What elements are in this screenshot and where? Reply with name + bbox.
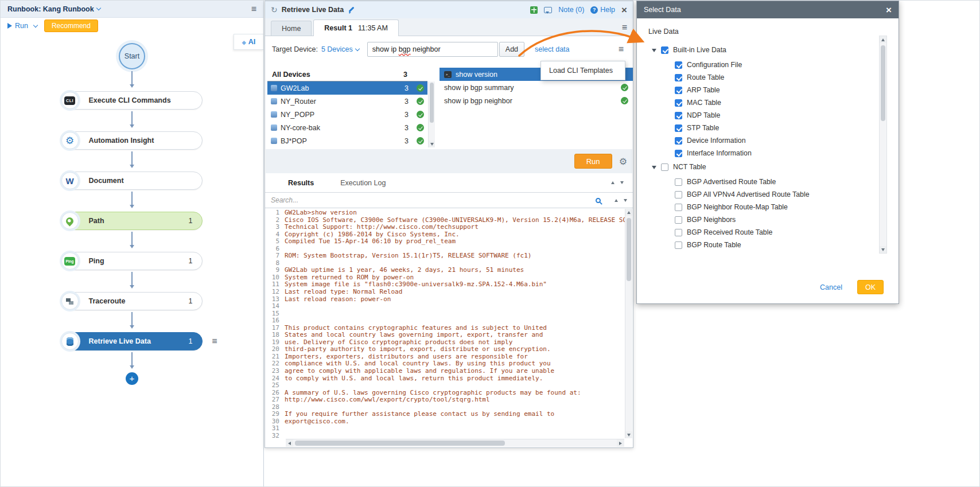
- tab-results[interactable]: Results: [288, 179, 314, 187]
- search-input[interactable]: [271, 196, 590, 204]
- help-link[interactable]: Help: [590, 6, 615, 14]
- scroll-down-button[interactable]: [880, 246, 886, 253]
- tree-item[interactable]: Built-in Live Data: [646, 44, 873, 56]
- tree-item[interactable]: Device Information: [646, 134, 873, 147]
- table-icon[interactable]: [530, 6, 538, 14]
- target-device-link[interactable]: 5 Devices: [321, 45, 353, 53]
- edit-icon[interactable]: [348, 6, 355, 13]
- flow-node[interactable]: Traceroute 1: [62, 292, 203, 310]
- command-menu-icon[interactable]: [619, 44, 624, 54]
- select-data-link[interactable]: select data: [535, 45, 569, 53]
- checkbox[interactable]: [675, 124, 682, 132]
- checkbox[interactable]: [675, 204, 682, 211]
- checkbox[interactable]: [675, 99, 682, 107]
- node-menu-icon[interactable]: [212, 336, 217, 346]
- tree-item[interactable]: BGP Neighbor Route-Map Table: [646, 201, 873, 213]
- tab-execution-log[interactable]: Execution Log: [340, 179, 386, 187]
- checkbox[interactable]: [675, 112, 682, 119]
- tab-home[interactable]: Home: [271, 21, 312, 36]
- flow-node[interactable]: Path 1: [62, 212, 203, 230]
- command-input[interactable]: show ip bgp neighbor: [367, 42, 498, 57]
- tree-item[interactable]: BGP Received Route Table: [646, 226, 873, 239]
- checkbox[interactable]: [661, 46, 668, 54]
- checkbox[interactable]: [675, 87, 682, 94]
- run-button[interactable]: Run: [7, 22, 37, 30]
- checkbox[interactable]: [675, 229, 682, 236]
- tree-item[interactable]: Configuration File: [646, 59, 873, 71]
- ok-button[interactable]: OK: [857, 280, 884, 294]
- tree-item[interactable]: Route Table: [646, 71, 873, 84]
- chevron-down-icon[interactable]: [355, 46, 360, 50]
- device-row[interactable]: NY_POPP 3: [267, 108, 427, 121]
- start-node[interactable]: Start: [119, 43, 145, 69]
- close-icon[interactable]: [886, 5, 892, 15]
- flow-node[interactable]: Execute CLI Commands: [62, 91, 203, 110]
- add-node-button[interactable]: [126, 372, 138, 385]
- tree-item[interactable]: STP Table: [646, 122, 873, 134]
- tab-result-1[interactable]: Result 1 11:35 AM: [313, 20, 399, 36]
- tree-item[interactable]: MAC Table: [646, 96, 873, 109]
- command-row[interactable]: show ip bgp neighbor: [440, 94, 633, 107]
- search-next-icon[interactable]: [624, 199, 627, 202]
- scroll-right-button[interactable]: [617, 439, 624, 447]
- note-link[interactable]: Note (0): [558, 6, 584, 14]
- tabs-menu-icon[interactable]: [622, 22, 627, 33]
- console-horizontal-scrollbar[interactable]: [286, 439, 624, 447]
- settings-gear-icon[interactable]: [619, 156, 627, 167]
- tree-item[interactable]: BGP Advertised Route Table: [646, 176, 873, 188]
- checkbox[interactable]: [675, 137, 682, 145]
- tree-item[interactable]: BGP All VPNv4 Advertised Route Table: [646, 188, 873, 201]
- device-list-scrollbar[interactable]: [428, 81, 435, 147]
- tree-item[interactable]: BGP Route Table: [646, 239, 873, 251]
- flow-node[interactable]: Retrieve Live Data 1: [62, 332, 203, 350]
- flow-node[interactable]: Ping 1: [62, 252, 203, 270]
- device-row[interactable]: NY-core-bak 3: [267, 121, 427, 134]
- checkbox[interactable]: [675, 150, 682, 157]
- tree-scrollbar[interactable]: [879, 36, 887, 254]
- command-row[interactable]: show ip bgp summary: [440, 81, 633, 94]
- scroll-up-button[interactable]: [880, 36, 886, 43]
- checkbox[interactable]: [661, 163, 668, 171]
- tree-item[interactable]: Interface Information: [646, 147, 873, 159]
- checkbox[interactable]: [675, 191, 682, 198]
- menu-item-load-cli-templates[interactable]: Load CLI Templates: [541, 64, 625, 77]
- collapse-up-icon[interactable]: [611, 181, 615, 184]
- tree-item[interactable]: BGP Neighbors: [646, 213, 873, 226]
- checkbox[interactable]: [675, 216, 682, 224]
- add-button[interactable]: Add: [499, 42, 524, 57]
- flow-node[interactable]: Document: [62, 172, 203, 190]
- run-query-button[interactable]: Run: [574, 154, 612, 169]
- flow-node[interactable]: Automation Insight: [62, 131, 203, 150]
- search-prev-icon[interactable]: [615, 199, 618, 202]
- tree-item[interactable]: ARP Table: [646, 84, 873, 96]
- scroll-up-button[interactable]: [625, 209, 632, 216]
- recommend-button[interactable]: Recommend: [44, 20, 98, 32]
- scrollbar-thumb[interactable]: [430, 83, 434, 123]
- checkbox[interactable]: [675, 61, 682, 69]
- search-icon[interactable]: [596, 198, 601, 203]
- comment-icon[interactable]: [544, 7, 552, 13]
- scrollbar-thumb[interactable]: [627, 218, 631, 281]
- collapse-down-icon[interactable]: [620, 181, 624, 184]
- device-row[interactable]: BJ*POP 3: [267, 134, 427, 147]
- device-row[interactable]: GW2Lab 3: [267, 81, 427, 95]
- expand-caret-icon[interactable]: [652, 49, 656, 54]
- console-vertical-scrollbar[interactable]: [625, 209, 632, 438]
- console-output[interactable]: 1 GW2Lab>show version 2 Cisco IOS Softwa…: [265, 209, 625, 438]
- scroll-down-button[interactable]: [625, 431, 632, 438]
- tree-item[interactable]: NDP Table: [646, 109, 873, 122]
- expand-caret-icon[interactable]: [652, 166, 656, 172]
- scrollbar-thumb[interactable]: [881, 45, 885, 121]
- scroll-down-button[interactable]: [429, 141, 435, 147]
- cancel-button[interactable]: Cancel: [820, 283, 842, 291]
- checkbox[interactable]: [675, 241, 682, 249]
- scrollbar-thumb[interactable]: [295, 441, 505, 446]
- device-row[interactable]: NY_Router 3: [267, 95, 427, 108]
- scroll-left-button[interactable]: [286, 439, 293, 447]
- runbook-menu-icon[interactable]: [251, 4, 256, 14]
- checkbox[interactable]: [675, 178, 682, 186]
- close-icon[interactable]: [621, 5, 627, 15]
- checkbox[interactable]: [675, 74, 682, 81]
- chevron-down-icon[interactable]: [96, 6, 100, 10]
- tree-item[interactable]: NCT Table: [646, 161, 873, 173]
